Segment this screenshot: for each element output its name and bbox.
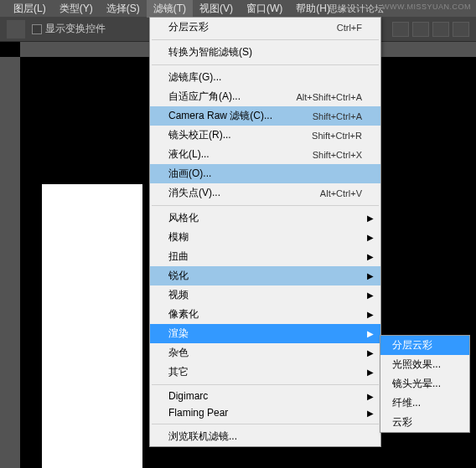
shortcut-label: Alt+Ctrl+V — [320, 188, 362, 198]
menu-item-label: 自适应广角(A)... — [168, 90, 241, 104]
checkbox-label: 显示变换控件 — [45, 22, 106, 36]
menu-item-label: 风格化 — [168, 211, 199, 225]
submenu-arrow-icon: ▶ — [367, 392, 374, 401]
menu-item[interactable]: 分层云彩Ctrl+F — [150, 18, 380, 37]
menu-item-label: 液化(L)... — [168, 147, 210, 162]
checkbox-icon[interactable] — [32, 24, 42, 34]
align-icon-4[interactable] — [453, 22, 469, 37]
submenu-arrow-icon: ▶ — [367, 213, 374, 223]
menu-item[interactable]: Flaming Pear▶ — [150, 404, 380, 421]
menu-item-label: Digimarc — [168, 390, 208, 402]
shortcut-label: Alt+Shift+Ctrl+A — [296, 92, 362, 102]
menu-filter[interactable]: 滤镜(T) — [147, 0, 193, 18]
menu-item-label: 其它 — [168, 365, 189, 379]
menu-item[interactable]: 自适应广角(A)...Alt+Shift+Ctrl+A — [150, 87, 380, 106]
submenu-arrow-icon: ▶ — [367, 233, 374, 242]
menu-item[interactable]: 像素化▶ — [150, 305, 380, 324]
menu-item[interactable]: 滤镜库(G)... — [150, 68, 380, 87]
menu-item[interactable]: 油画(O)... — [150, 164, 380, 183]
menu-item-label: Camera Raw 滤镜(C)... — [168, 109, 272, 123]
submenu-arrow-icon: ▶ — [367, 368, 374, 377]
separator — [152, 424, 379, 424]
submenu-arrow-icon: ▶ — [367, 348, 374, 357]
menu-item-label: 分层云彩 — [168, 20, 209, 34]
ruler-vertical — [0, 57, 20, 468]
menu-item-label: 镜头校正(R)... — [168, 128, 231, 142]
menu-item[interactable]: 锐化▶ — [150, 266, 380, 285]
menu-item-label: 杂色 — [168, 346, 189, 360]
menu-item-label: 消失点(V)... — [168, 186, 220, 200]
submenu-arrow-icon: ▶ — [367, 291, 374, 300]
menu-item-label: 滤镜库(G)... — [168, 70, 221, 85]
render-submenu: 分层云彩光照效果...镜头光晕...纤维...云彩 — [380, 335, 470, 433]
menu-item-label: 像素化 — [168, 307, 199, 321]
menu-item-label: 视频 — [168, 288, 189, 302]
menu-item[interactable]: 模糊▶ — [150, 228, 380, 247]
menu-item[interactable]: 杂色▶ — [150, 343, 380, 363]
menu-item-label: 渲染 — [168, 327, 189, 341]
menu-item[interactable]: 风格化▶ — [150, 208, 380, 228]
menu-item[interactable]: 扭曲▶ — [150, 247, 380, 266]
shortcut-label: Shift+Ctrl+R — [312, 131, 362, 141]
submenu-item[interactable]: 光照效果... — [380, 355, 469, 374]
watermark: WWW.MISSYUAN.COM — [382, 3, 471, 11]
tool-preset-icon[interactable] — [7, 20, 25, 39]
menu-item-label: 浏览联机滤镜... — [168, 429, 237, 444]
submenu-item[interactable]: 云彩 — [380, 413, 469, 432]
menu-item[interactable]: 镜头校正(R)...Shift+Ctrl+R — [150, 126, 380, 145]
menu-item[interactable]: 转换为智能滤镜(S) — [150, 43, 380, 62]
menu-select[interactable]: 选择(S) — [100, 0, 147, 18]
menu-type[interactable]: 类型(Y) — [53, 0, 100, 18]
menu-view[interactable]: 视图(V) — [193, 0, 240, 18]
menu-item[interactable]: 视频▶ — [150, 285, 380, 305]
filter-menu-dropdown: 分层云彩Ctrl+F转换为智能滤镜(S)滤镜库(G)...自适应广角(A)...… — [149, 17, 381, 447]
submenu-arrow-icon: ▶ — [367, 252, 374, 261]
menu-item[interactable]: 液化(L)...Shift+Ctrl+X — [150, 145, 380, 164]
align-icon-3[interactable] — [432, 22, 449, 37]
menu-item[interactable]: 浏览联机滤镜... — [150, 427, 380, 446]
forum-label: 思缘设计论坛 — [329, 3, 384, 15]
submenu-arrow-icon: ▶ — [367, 271, 374, 280]
menu-item[interactable]: Digimarc▶ — [150, 388, 380, 404]
submenu-item[interactable]: 分层云彩 — [380, 336, 469, 355]
submenu-arrow-icon: ▶ — [367, 409, 374, 418]
submenu-arrow-icon: ▶ — [367, 329, 374, 338]
separator — [152, 205, 379, 206]
submenu-arrow-icon: ▶ — [367, 310, 374, 319]
separator — [152, 39, 379, 40]
menu-window[interactable]: 窗口(W) — [240, 0, 289, 18]
menu-item-label: 锐化 — [168, 269, 189, 283]
menu-item-label: Flaming Pear — [168, 407, 228, 419]
submenu-item[interactable]: 纤维... — [380, 393, 469, 413]
menu-item-label: 油画(O)... — [168, 167, 211, 181]
show-transform-controls[interactable]: 显示变换控件 — [32, 22, 106, 36]
align-icon-1[interactable] — [392, 22, 409, 37]
separator — [152, 64, 379, 65]
alignment-icons — [392, 22, 469, 37]
canvas-document[interactable] — [42, 184, 142, 468]
menu-item-label: 扭曲 — [168, 249, 189, 264]
menu-item[interactable]: 消失点(V)...Alt+Ctrl+V — [150, 183, 380, 203]
menu-item-label: 模糊 — [168, 230, 189, 244]
menu-layer[interactable]: 图层(L) — [7, 0, 53, 18]
menu-item-label: 转换为智能滤镜(S) — [168, 45, 252, 59]
shortcut-label: Shift+Ctrl+X — [313, 150, 362, 160]
menu-item[interactable]: 渲染▶ — [150, 324, 380, 343]
submenu-item[interactable]: 镜头光晕... — [380, 374, 469, 393]
shortcut-label: Shift+Ctrl+A — [313, 111, 362, 121]
shortcut-label: Ctrl+F — [337, 23, 362, 33]
separator — [152, 384, 379, 385]
align-icon-2[interactable] — [412, 22, 429, 37]
menu-item[interactable]: Camera Raw 滤镜(C)...Shift+Ctrl+A — [150, 106, 380, 126]
menu-item[interactable]: 其它▶ — [150, 363, 380, 382]
